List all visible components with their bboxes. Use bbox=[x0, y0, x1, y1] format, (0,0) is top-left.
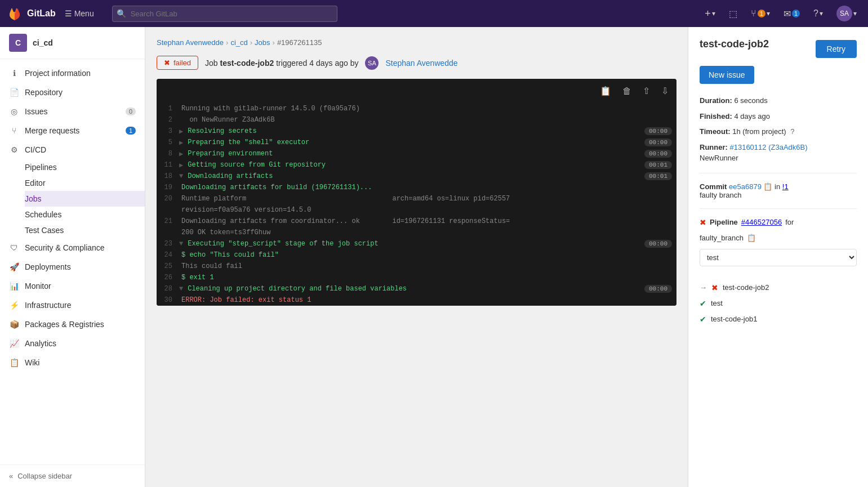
collapse-sidebar-button[interactable]: « Collapse sidebar bbox=[0, 464, 145, 487]
log-line-number bbox=[157, 227, 179, 230]
sidebar-item-wiki[interactable]: 📋 Wiki bbox=[0, 353, 145, 372]
job-pipeline-item[interactable]: →✖test-code-job2 bbox=[700, 280, 857, 296]
log-line: 18▼Downloading artifacts00:01 bbox=[157, 171, 676, 182]
sidebar-item-merge-requests[interactable]: ⑂ Merge requests 1 bbox=[0, 121, 145, 140]
copy-branch-icon[interactable]: 📋 bbox=[747, 234, 756, 242]
issues-badge: 0 bbox=[126, 108, 136, 115]
sidebar-item-analytics[interactable]: 📈 Analytics bbox=[0, 334, 145, 353]
scroll-up-button[interactable]: ⇧ bbox=[639, 83, 653, 99]
success-icon: ✔ bbox=[700, 315, 706, 324]
breadcrumb-jobs[interactable]: Jobs bbox=[255, 38, 270, 47]
job-name-label: test-code-job1 bbox=[711, 315, 757, 323]
log-expand-button[interactable]: ▼ bbox=[179, 172, 183, 180]
job-pipeline-item[interactable]: ✔test bbox=[700, 296, 857, 311]
trigger-user-link[interactable]: Stephan Avenwedde bbox=[385, 59, 457, 68]
sidebar-item-infrastructure[interactable]: ⚡ Infrastructure bbox=[0, 296, 145, 315]
pipeline-id-link[interactable]: #446527056 bbox=[741, 218, 782, 226]
menu-button[interactable]: ☰ Menu bbox=[60, 7, 99, 20]
todos-button[interactable]: ✉ 1 bbox=[779, 6, 804, 21]
user-avatar-button[interactable]: SA ▾ bbox=[832, 3, 861, 24]
log-container: 📋 🗑 ⇧ ⇩ 1Running with gitlab-runner 14.5… bbox=[157, 79, 676, 306]
commit-hash-link[interactable]: ee5a6879 bbox=[729, 182, 762, 191]
copy-hash-icon[interactable]: 📋 bbox=[763, 182, 772, 191]
log-line-number: 19 bbox=[157, 182, 179, 193]
log-timestamp: 00:01 bbox=[644, 172, 672, 180]
job-pipeline-list: →✖test-code-job2✔test✔test-code-job1 bbox=[700, 280, 857, 327]
infra-icon: ⚡ bbox=[9, 300, 19, 310]
sidebar: C ci_cd ℹ Project information 📄 Reposito… bbox=[0, 27, 145, 487]
sidebar-item-label: CI/CD bbox=[25, 145, 46, 154]
copy-log-button[interactable]: 📋 bbox=[597, 83, 615, 99]
log-line: 24$ echo "This could fail" bbox=[157, 249, 676, 261]
log-line-content: on NewRunner Z3aAdk6B bbox=[179, 115, 676, 125]
log-line-content: $ echo "This could fail" bbox=[179, 250, 676, 260]
create-button[interactable]: +▾ bbox=[700, 6, 720, 22]
sidebar-sub-jobs[interactable]: Jobs bbox=[25, 191, 145, 207]
log-line-content: Cleaning up project directory and file b… bbox=[185, 284, 644, 294]
log-line-content: 200 OK token=ts3ffGhuw bbox=[179, 227, 676, 238]
log-line: 200 OK token=ts3ffGhuw bbox=[157, 227, 676, 238]
sidebar-item-packages[interactable]: 📦 Packages & Registries bbox=[0, 315, 145, 334]
breadcrumb-project[interactable]: ci_cd bbox=[230, 38, 247, 47]
timeout-help-icon[interactable]: ? bbox=[790, 127, 794, 136]
log-line: 1Running with gitlab-runner 14.5.0 (f0a9… bbox=[157, 103, 676, 114]
erase-log-button[interactable]: 🗑 bbox=[619, 83, 635, 99]
log-expand-button[interactable]: ▶ bbox=[179, 127, 183, 136]
shield-icon: 🛡 bbox=[9, 243, 19, 253]
pipeline-branch-name: faulty_branch bbox=[700, 234, 744, 242]
sidebar-item-security[interactable]: 🛡 Security & Compliance bbox=[0, 238, 145, 257]
sidebar-sub-test-cases[interactable]: Test Cases bbox=[25, 222, 145, 238]
log-line-number: 25 bbox=[157, 261, 179, 271]
retry-button[interactable]: Retry bbox=[816, 40, 857, 58]
pipeline-fail-icon: ✖ bbox=[700, 218, 706, 227]
log-expand-button[interactable]: ▶ bbox=[179, 161, 183, 169]
commit-mr-link[interactable]: !1 bbox=[782, 182, 789, 191]
log-timestamp: 00:00 bbox=[644, 285, 672, 293]
log-expand-button[interactable]: ▼ bbox=[179, 240, 183, 248]
project-header[interactable]: C ci_cd bbox=[0, 27, 145, 59]
log-expand-button[interactable]: ▶ bbox=[179, 138, 183, 147]
runner-link[interactable]: #13160112 (Z3aAdk6B) bbox=[729, 143, 807, 151]
sidebar-item-issues[interactable]: ◎ Issues 0 bbox=[0, 102, 145, 121]
log-line-content: Resolving secrets bbox=[185, 126, 644, 136]
breadcrumb-user[interactable]: Stephan Avenwedde bbox=[157, 38, 224, 47]
sidebar-item-deployments[interactable]: 🚀 Deployments bbox=[0, 257, 145, 276]
log-expand-button[interactable]: ▼ bbox=[179, 285, 183, 293]
status-bar: ✖ failed Job test-code-job2 triggered 4 … bbox=[157, 56, 676, 70]
package-icon: 📦 bbox=[9, 319, 19, 329]
sidebar-item-label: Issues bbox=[25, 107, 47, 116]
code-review-button[interactable]: ⬚ bbox=[724, 6, 742, 21]
new-issue-button[interactable]: New issue bbox=[700, 66, 754, 84]
project-name: ci_cd bbox=[33, 38, 53, 47]
log-line-content: revision=f0a95a76 version=14.5.0 bbox=[179, 205, 676, 215]
log-line: 23▼Executing "step_script" stage of the … bbox=[157, 238, 676, 249]
stage-select[interactable]: test bbox=[700, 249, 857, 266]
sidebar-sub-schedules[interactable]: Schedules bbox=[25, 207, 145, 222]
sidebar-item-monitor[interactable]: 📊 Monitor bbox=[0, 276, 145, 296]
scroll-down-button[interactable]: ⇩ bbox=[658, 83, 672, 99]
collapse-icon: « bbox=[9, 472, 13, 480]
log-line-content: Preparing the "shell" executor bbox=[185, 137, 644, 148]
search-input[interactable] bbox=[112, 6, 337, 22]
gitlab-logo[interactable]: GitLab bbox=[7, 6, 56, 21]
log-line: 11▶Getting source from Git repository00:… bbox=[157, 159, 676, 171]
sidebar-item-repository[interactable]: 📄 Repository bbox=[0, 83, 145, 102]
sidebar-item-label: Monitor bbox=[25, 282, 51, 291]
help-button[interactable]: ?▾ bbox=[809, 6, 827, 21]
log-line-content: ERROR: Job failed: exit status 1 bbox=[179, 295, 676, 305]
sidebar-sub-pipelines[interactable]: Pipelines bbox=[25, 159, 145, 175]
sidebar-item-cicd[interactable]: ⚙ CI/CD bbox=[0, 140, 145, 159]
commit-label: Commit bbox=[700, 182, 729, 191]
log-line-number: 28 bbox=[157, 284, 179, 294]
sidebar-sub-editor[interactable]: Editor bbox=[25, 175, 145, 191]
log-line-content: Getting source from Git repository bbox=[185, 160, 644, 170]
log-line-number: 26 bbox=[157, 272, 179, 283]
merge-requests-button[interactable]: ⑂ 1 ▾ bbox=[746, 6, 774, 21]
sidebar-item-label: Deployments bbox=[25, 262, 71, 271]
sidebar-item-project-info[interactable]: ℹ Project information bbox=[0, 64, 145, 83]
job-pipeline-item[interactable]: ✔test-code-job1 bbox=[700, 311, 857, 327]
log-line-content: Downloading artifacts bbox=[185, 171, 644, 181]
sidebar-item-label: Packages & Registries bbox=[25, 320, 104, 329]
log-line: 21Downloading artifacts from coordinator… bbox=[157, 216, 676, 227]
log-expand-button[interactable]: ▶ bbox=[179, 150, 183, 158]
